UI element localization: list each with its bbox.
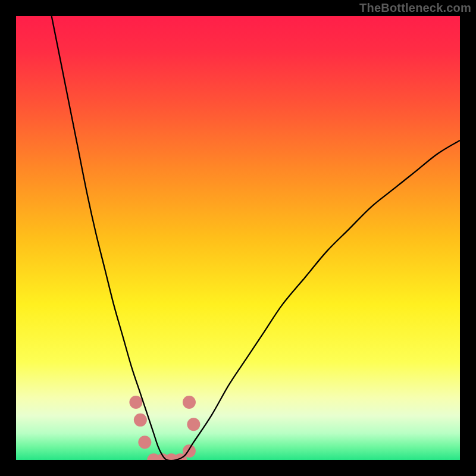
chart-frame: TheBottleneck.com: [0, 0, 476, 476]
gradient-background: [16, 16, 460, 460]
chart-svg: [16, 16, 460, 460]
marker-dot: [187, 418, 200, 431]
marker-dot: [134, 414, 147, 427]
plot-area: [16, 16, 460, 460]
marker-dot: [183, 396, 196, 409]
marker-dot: [129, 396, 142, 409]
marker-dot: [138, 436, 151, 449]
watermark-text: TheBottleneck.com: [359, 1, 471, 15]
